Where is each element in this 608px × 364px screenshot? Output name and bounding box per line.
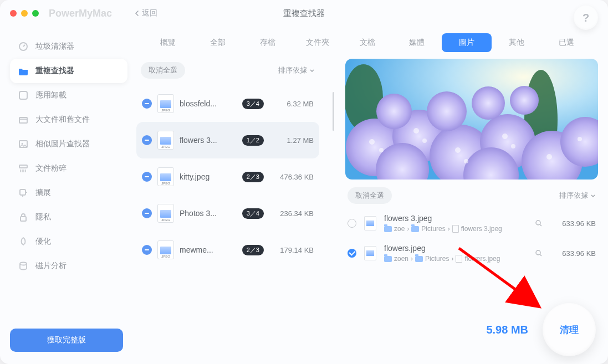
back-label: 返回 (142, 8, 157, 18)
category-tabs: 概覽 全部 存檔 文件夾 文檔 媒體 圖片 其他 已選 (133, 27, 608, 59)
tab-selected[interactable]: 已選 (541, 33, 591, 52)
svg-point-23 (510, 86, 539, 115)
back-button[interactable]: 返回 (134, 8, 157, 18)
svg-rect-5 (19, 165, 27, 168)
chevron-left-icon (134, 11, 140, 16)
deselect-icon[interactable] (142, 245, 152, 255)
sidebar-item-disk-analysis[interactable]: 磁片分析 (10, 254, 127, 278)
sidebar-item-junk-cleaner[interactable]: 垃圾清潔器 (10, 34, 127, 59)
file-size: 236.34 KB (269, 209, 314, 218)
deselect-icon[interactable] (142, 99, 152, 109)
app-icon (18, 90, 29, 101)
file-row[interactable]: JPEG mewme... 2／3 179.14 KB (136, 232, 319, 268)
tab-documents[interactable]: 文檔 (343, 33, 392, 52)
duplicate-row[interactable]: flowers.jpeg zoen › Pictures › flowers.j… (345, 238, 598, 268)
sidebar-item-similar-images[interactable]: 相似圖片查找器 (10, 132, 127, 156)
tab-folders[interactable]: 文件夾 (293, 33, 343, 52)
dup-file-path: zoe › Pictures › flowers 3.jpeg (384, 225, 527, 233)
dup-file-name: flowers 3.jpeg (384, 214, 527, 223)
sidebar-item-shredder[interactable]: 文件粉碎 (10, 156, 127, 181)
dup-file-size: 633.96 KB (550, 249, 596, 258)
sidebar-item-duplicate-finder[interactable]: 重複查找器 (10, 59, 127, 83)
tab-media[interactable]: 媒體 (392, 33, 442, 52)
page-title: 重複查找器 (283, 8, 325, 19)
folder-icon (411, 226, 419, 232)
svg-point-31 (511, 144, 515, 148)
sidebar-item-app-uninstall[interactable]: 應用卸載 (10, 83, 127, 107)
dup-sort-button[interactable]: 排序依據 (559, 191, 596, 201)
image-preview (345, 59, 598, 180)
help-button[interactable]: ? (574, 6, 598, 30)
dup-count-badge: 3／4 (242, 99, 264, 109)
svg-point-30 (502, 134, 508, 139)
app-title: PowerMyMac (49, 8, 112, 19)
svg-point-24 (369, 139, 375, 145)
sidebar-item-label: 大文件和舊文件 (35, 115, 90, 125)
checkbox[interactable] (348, 219, 356, 228)
sidebar-item-privacy[interactable]: 隱私 (10, 205, 127, 229)
dup-count-badge: 2／3 (242, 172, 264, 182)
reveal-icon[interactable] (535, 249, 543, 257)
tab-all[interactable]: 全部 (193, 33, 243, 52)
deselect-icon[interactable] (142, 172, 152, 182)
scrollbar[interactable] (333, 59, 334, 354)
file-row[interactable]: JPEG blossfeld... 3／4 6.32 MB (136, 85, 319, 122)
tab-archives[interactable]: 存檔 (243, 33, 293, 52)
lock-icon (18, 212, 29, 223)
file-name: Photos 3... (180, 209, 237, 218)
sidebar-item-large-old-files[interactable]: 大文件和舊文件 (10, 107, 127, 132)
sidebar-item-extensions[interactable]: 擴展 (10, 181, 127, 205)
sidebar-item-label: 相似圖片查找器 (35, 139, 90, 149)
file-row[interactable]: JPEG Photos 3... 3／4 236.34 KB (136, 195, 319, 232)
dup-file-name: flowers.jpeg (384, 244, 527, 253)
svg-point-33 (578, 137, 582, 141)
max-dot[interactable] (32, 10, 39, 17)
svg-rect-1 (19, 91, 27, 99)
deselect-icon[interactable] (142, 208, 152, 218)
dup-file-path: zoen › Pictures › flowers.jpeg (384, 255, 527, 263)
clean-button[interactable]: 清理 (543, 303, 596, 356)
file-row[interactable]: JPEG flowers 3... 1／2 1.27 MB (136, 122, 319, 158)
file-name: blossfeld... (180, 99, 237, 108)
folder-icon (384, 226, 392, 232)
dup-deselect-all-button[interactable]: 取消全選 (348, 187, 392, 204)
file-name: kitty.jpeg (180, 172, 237, 181)
gauge-icon (18, 41, 29, 52)
sidebar-item-label: 擴展 (35, 188, 51, 198)
sidebar-item-optimize[interactable]: 優化 (10, 229, 127, 254)
sidebar-item-label: 隱私 (35, 212, 51, 222)
reveal-icon[interactable] (535, 219, 543, 227)
sidebar-item-label: 垃圾清潔器 (35, 42, 74, 52)
deselect-icon[interactable] (142, 135, 152, 145)
file-size: 476.36 KB (269, 173, 314, 181)
window-controls[interactable] (10, 10, 39, 17)
sidebar-item-label: 應用卸載 (35, 90, 67, 100)
svg-point-35 (536, 250, 540, 255)
jpeg-thumb-icon (364, 246, 376, 260)
tab-overview[interactable]: 概覽 (143, 33, 193, 52)
file-size: 179.14 KB (269, 246, 314, 254)
checkbox[interactable] (348, 249, 356, 258)
box-icon (18, 114, 29, 125)
svg-point-34 (536, 221, 540, 225)
file-row[interactable]: JPEG kitty.jpeg 2／3 476.36 KB (136, 158, 319, 195)
dup-count-badge: 2／3 (242, 245, 264, 255)
duplicate-row[interactable]: flowers 3.jpeg zoe › Pictures › flowers … (345, 208, 598, 238)
file-icon (452, 225, 459, 233)
svg-point-20 (376, 94, 412, 129)
rocket-icon (18, 236, 29, 247)
chevron-down-icon (309, 68, 315, 73)
sidebar: 垃圾清潔器 重複查找器 應用卸載 大文件和舊文件 相似圖片查找器 文件粉碎 擴展… (0, 27, 133, 364)
get-full-version-button[interactable]: 獲取完整版 (10, 329, 123, 352)
file-size: 6.32 MB (269, 100, 314, 108)
deselect-all-button[interactable]: 取消全選 (141, 62, 185, 79)
tab-images[interactable]: 圖片 (442, 33, 492, 52)
tab-other[interactable]: 其他 (492, 33, 541, 52)
sort-button[interactable]: 排序依據 (278, 65, 315, 75)
close-dot[interactable] (10, 10, 17, 17)
sidebar-item-label: 文件粉碎 (35, 163, 67, 173)
folder-icon (384, 256, 392, 262)
chevron-down-icon (590, 193, 596, 198)
min-dot[interactable] (21, 10, 28, 17)
svg-point-32 (546, 154, 552, 160)
